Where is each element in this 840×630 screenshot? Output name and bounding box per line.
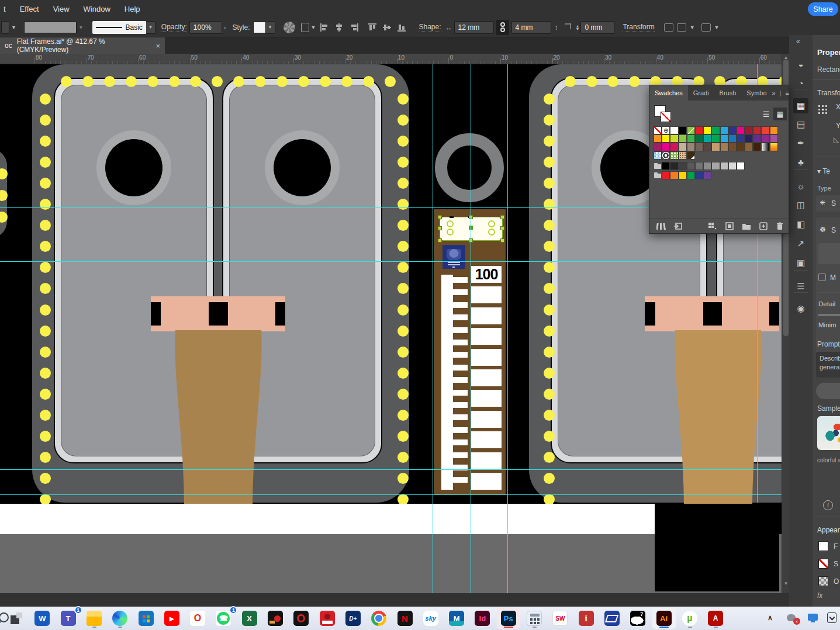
score-box[interactable] <box>471 431 502 448</box>
swatch-none[interactable] <box>654 126 662 134</box>
fill-stroke-indicator[interactable] <box>654 105 672 123</box>
show-swatch-kinds-icon[interactable] <box>708 222 717 230</box>
score-box[interactable] <box>471 411 502 428</box>
swatch-pat-circle[interactable] <box>662 151 670 160</box>
chevron-down-icon[interactable]: ▼ <box>714 25 720 30</box>
chevron-down-icon[interactable]: ▼ <box>690 25 695 30</box>
style-thumbnail[interactable] <box>818 243 840 264</box>
tab-symbols[interactable]: Symbo <box>741 85 772 101</box>
swatch-pat-dark[interactable] <box>687 151 695 160</box>
fill-control[interactable] <box>1 21 9 34</box>
appearance-panel-icon[interactable]: ☼ <box>793 178 808 193</box>
swatch[interactable] <box>670 162 678 170</box>
selection-handle[interactable] <box>500 215 504 219</box>
shape-options-icon[interactable] <box>701 23 711 32</box>
swatch-reg[interactable]: ⊕ <box>662 126 670 134</box>
gear-icon[interactable]: ☸ <box>820 226 826 234</box>
info-icon[interactable]: i <box>823 500 833 510</box>
color-group-folder-icon[interactable] <box>654 171 662 179</box>
text-to-vector-section[interactable]: ▾ Te <box>817 167 830 175</box>
selection-handle[interactable] <box>500 226 504 230</box>
swatch[interactable] <box>703 134 711 143</box>
align-right-icon[interactable] <box>350 23 358 32</box>
left-frame-artwork[interactable] <box>32 64 409 503</box>
swatch[interactable] <box>745 126 753 134</box>
document-tab[interactable]: oc Flat Frames.ai* @ 412.67 % (CMYK/Prev… <box>0 37 165 54</box>
swatch[interactable] <box>703 171 711 179</box>
swatch[interactable] <box>728 162 737 170</box>
swatch[interactable] <box>761 134 769 143</box>
swatch[interactable] <box>753 134 761 143</box>
vertical-guide[interactable] <box>471 64 471 593</box>
youtube[interactable]: ▶ <box>160 608 184 629</box>
swatch-options-icon[interactable] <box>725 222 734 230</box>
microsoft-store[interactable] <box>134 608 158 629</box>
type-option-row[interactable]: ✳ S <box>816 195 840 212</box>
swatch[interactable] <box>679 126 687 134</box>
generate-button[interactable] <box>816 383 840 399</box>
disney-plus[interactable]: D+ <box>341 608 365 629</box>
color-group-folder-icon[interactable] <box>654 162 662 170</box>
artboards-panel-icon[interactable]: ◫ <box>793 198 808 213</box>
utorrent[interactable]: µ <box>678 608 701 629</box>
acrobat[interactable]: A <box>704 608 727 629</box>
swatch[interactable] <box>679 162 687 170</box>
tray-display-icon[interactable] <box>807 612 820 625</box>
photoshop[interactable]: Ps <box>497 608 520 629</box>
swatch[interactable] <box>687 134 695 143</box>
chevron-down-icon[interactable]: ▼ <box>146 21 155 34</box>
swatch[interactable] <box>753 126 761 134</box>
grid-view-icon[interactable]: ▦ <box>773 108 787 120</box>
swatch[interactable] <box>695 143 703 151</box>
swatch[interactable] <box>662 171 670 179</box>
list-view-icon[interactable]: ☰ <box>759 108 773 120</box>
swatch[interactable] <box>720 134 728 143</box>
swatch[interactable] <box>670 171 678 179</box>
shape-width-field[interactable]: 12 mm <box>454 21 494 34</box>
transform-label[interactable]: Transform <box>623 23 654 32</box>
chevron-down-icon[interactable]: ▼ <box>11 25 16 30</box>
score-box-100[interactable]: 100 <box>471 266 502 283</box>
word[interactable]: W <box>30 608 54 629</box>
stroke-style-combo[interactable]: Basic <box>92 21 146 34</box>
app-black-1[interactable] <box>264 608 287 629</box>
swatch[interactable] <box>695 162 703 170</box>
swatch[interactable] <box>711 162 720 170</box>
maya[interactable]: M <box>445 608 468 629</box>
task-view[interactable] <box>5 608 28 629</box>
corner-radius-icon[interactable] <box>565 23 572 32</box>
color-panel-icon[interactable]: ◒ <box>793 56 808 71</box>
menu-item-help[interactable]: Help <box>125 5 140 13</box>
tab-gradient[interactable]: Gradi <box>688 85 714 101</box>
calculator[interactable] <box>523 608 546 629</box>
app-black-2[interactable] <box>289 608 313 629</box>
swatch[interactable] <box>662 134 670 143</box>
shape-height-field[interactable]: 4 mm <box>511 21 551 34</box>
usb-eject-icon[interactable] <box>827 612 836 623</box>
document-setup-icon[interactable] <box>301 23 309 32</box>
scale-tool-icon[interactable] <box>664 23 673 32</box>
swatch[interactable] <box>737 126 745 134</box>
sky[interactable]: sky <box>419 608 443 629</box>
tray-sync-icon[interactable]: × <box>786 612 799 625</box>
swatch[interactable] <box>728 134 737 143</box>
align-center-icon[interactable] <box>335 23 344 32</box>
swatches-panel-icon[interactable]: ▦ <box>793 98 808 113</box>
opacity-swatch[interactable] <box>818 576 828 586</box>
swatch-grad-gray[interactable] <box>761 143 769 151</box>
illustrator[interactable]: Ai <box>652 608 676 629</box>
swatch[interactable] <box>728 126 737 134</box>
prompt-textarea[interactable]: Describ genera <box>816 352 840 378</box>
recolor-artwork-icon[interactable] <box>284 22 295 33</box>
swatch[interactable] <box>737 134 745 143</box>
menu-item-t[interactable]: t <box>4 5 6 13</box>
opera[interactable]: O <box>186 608 209 629</box>
swatch[interactable] <box>770 134 778 143</box>
handle-artwork[interactable] <box>672 330 766 506</box>
swatch[interactable] <box>695 134 703 143</box>
match-style-checkbox[interactable] <box>818 274 826 281</box>
app-red[interactable] <box>316 608 339 629</box>
swatch[interactable] <box>662 143 670 151</box>
tab-swatches[interactable]: Swatches <box>649 85 688 101</box>
swatch[interactable] <box>679 171 687 179</box>
